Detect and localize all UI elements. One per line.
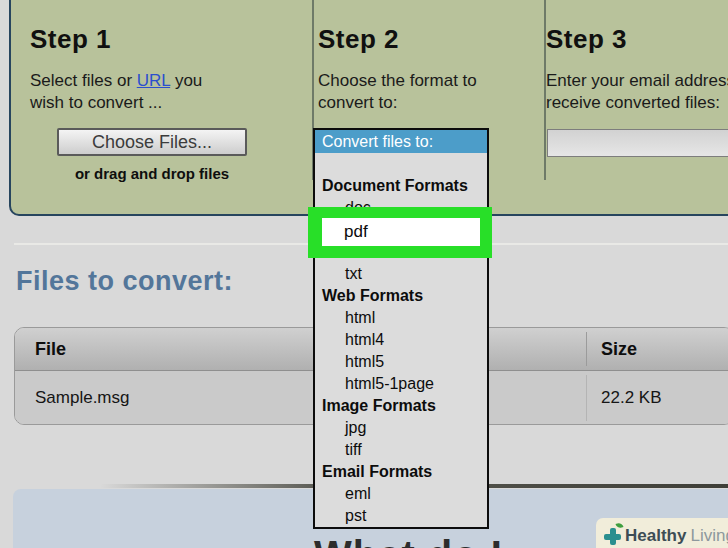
highlight-box: pdf [308, 207, 492, 258]
clipped-bottom-heading: What do I [314, 533, 503, 548]
group-label-image: Image Formats [315, 395, 487, 417]
group-label-document: Document Formats [315, 175, 487, 197]
table-header-size: Size [601, 328, 637, 370]
highlighted-option-pdf[interactable]: pdf [322, 218, 480, 246]
step3-desc-text: receive converted files: [546, 93, 720, 112]
files-to-convert-title: Files to convert: [16, 266, 233, 297]
highlighted-option-label: pdf [322, 222, 368, 242]
group-label-web: Web Formats [315, 285, 487, 307]
step2-desc-text: convert to: [318, 93, 397, 112]
healthy-living-watermark: Healthy Living [596, 518, 728, 548]
url-link[interactable]: URL [137, 71, 170, 90]
column-separator [586, 332, 587, 366]
file-name-cell: Sample.msg [35, 371, 129, 425]
step2-description: Choose the format toconvert to: [318, 70, 523, 114]
step3-description: Enter your email address toreceive conve… [546, 70, 728, 114]
email-input[interactable] [547, 129, 728, 157]
option-html5[interactable]: html5 [315, 351, 487, 373]
drag-drop-hint: or drag and drop files [50, 165, 254, 182]
step1-desc-text: Select files or [30, 71, 137, 90]
group-label-email: Email Formats [315, 461, 487, 483]
step1-desc-text: wish to convert ... [30, 93, 162, 112]
step3-title: Step 3 [546, 24, 728, 55]
step2-section: Step 2 Choose the format toconvert to: [318, 24, 523, 114]
step1-title: Step 1 [30, 24, 280, 55]
step1-section: Step 1 Select files or URL youwish to co… [30, 24, 280, 114]
option-txt[interactable]: txt [315, 263, 487, 285]
watermark-text-bold: Healthy [625, 526, 686, 546]
dropdown-blank-row [315, 153, 487, 175]
page: Step 1 Select files or URL youwish to co… [0, 0, 728, 548]
step1-desc-text: you [170, 71, 202, 90]
option-html[interactable]: html [315, 307, 487, 329]
step2-desc-text: Choose the format to [318, 71, 477, 90]
option-html4[interactable]: html4 [315, 329, 487, 351]
step3-desc-text: Enter your email address to [546, 71, 728, 90]
step2-title: Step 2 [318, 24, 523, 55]
option-html5-1page[interactable]: html5-1page [315, 373, 487, 395]
leaf-icon [615, 522, 623, 529]
step1-description: Select files or URL youwish to convert .… [30, 70, 280, 114]
dropdown-header[interactable]: Convert files to: [315, 130, 487, 153]
choose-files-button[interactable]: Choose Files... [57, 128, 247, 156]
step3-section: Step 3 Enter your email address toreceiv… [546, 24, 728, 114]
convert-format-dropdown[interactable]: Convert files to: Document Formats doc p… [313, 128, 489, 529]
medical-cross-icon [603, 526, 623, 546]
option-tiff[interactable]: tiff [315, 439, 487, 461]
file-size-cell: 22.2 KB [601, 371, 662, 425]
column-separator [586, 375, 587, 421]
option-eml[interactable]: eml [315, 483, 487, 505]
option-jpg[interactable]: jpg [315, 417, 487, 439]
watermark-text-light: Living [690, 526, 728, 546]
option-pst[interactable]: pst [315, 505, 487, 527]
table-header-file: File [35, 328, 66, 370]
